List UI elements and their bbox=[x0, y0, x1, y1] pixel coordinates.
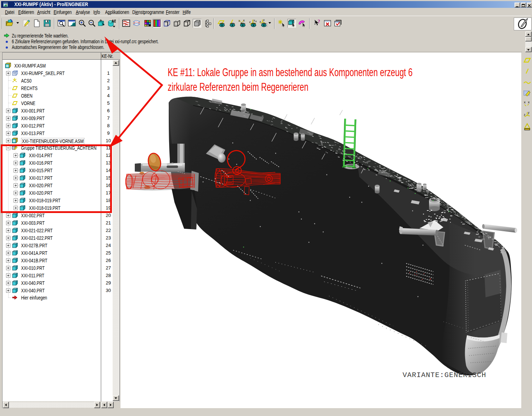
svg-text:x: x bbox=[524, 100, 526, 104]
svg-text:x: x bbox=[528, 100, 530, 104]
svg-text:AB: AB bbox=[112, 19, 116, 23]
svg-text:z: z bbox=[249, 20, 251, 24]
svg-text:z: z bbox=[260, 20, 261, 23]
svg-text:z: z bbox=[524, 113, 525, 117]
svg-text:y: y bbox=[528, 111, 530, 114]
svg-text:x: x bbox=[255, 20, 257, 23]
svg-text:x: x bbox=[243, 19, 245, 22]
svg-text:y: y bbox=[263, 19, 265, 21]
svg-text:y: y bbox=[253, 19, 255, 22]
svg-text:?: ? bbox=[318, 19, 320, 24]
